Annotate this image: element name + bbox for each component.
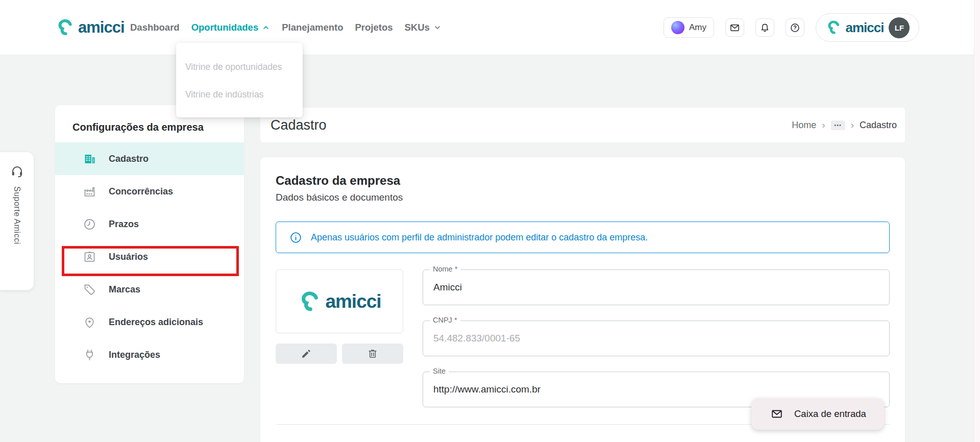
- info-icon: [289, 231, 302, 244]
- chevron-down-icon: [433, 23, 442, 32]
- user-name: Amy: [689, 22, 706, 33]
- nav-oportunidades[interactable]: Oportunidades: [191, 22, 271, 33]
- sidebar-item-cadastro[interactable]: Cadastro: [55, 142, 244, 175]
- map-pin-icon: [83, 315, 96, 329]
- nome-input[interactable]: [423, 270, 889, 305]
- user-menu-chip[interactable]: Amy: [664, 17, 714, 38]
- sidebar-item-prazos[interactable]: Prazos: [55, 208, 244, 240]
- sidebar-item-usuarios[interactable]: Usuários: [55, 240, 244, 273]
- breadcrumb-home[interactable]: Home: [792, 120, 816, 131]
- alert-text: Apenas usuários com perfil de administra…: [311, 232, 648, 243]
- sidebar-item-marcas[interactable]: Marcas: [55, 273, 244, 306]
- nav-planejamento[interactable]: Planejamento: [282, 22, 343, 33]
- help-icon: [790, 22, 800, 33]
- page-title: Cadastro: [271, 117, 327, 133]
- company-register-icon: [83, 152, 96, 166]
- navbar-right-cluster: Amy amicci LF: [664, 0, 919, 55]
- support-tab[interactable]: Suporte Amicci: [0, 152, 34, 290]
- field-nome: Nome *: [423, 269, 890, 305]
- menu-item-vitrine-industrias[interactable]: Vitrine de indústrias: [176, 81, 303, 108]
- mail-icon: [729, 22, 740, 33]
- sidebar-item-concorrencias[interactable]: Concorrências: [55, 175, 244, 208]
- mail-icon: [771, 408, 783, 420]
- oportunidades-dropdown-menu: Vitrine de oportunidades Vitrine de indú…: [176, 43, 303, 117]
- bell-icon: [760, 22, 770, 33]
- breadcrumb-current: Cadastro: [860, 120, 897, 131]
- org-wordmark: amicci: [846, 20, 884, 36]
- card-subtitle: Dados básicos e documentos: [276, 192, 403, 203]
- card-title: Cadastro da empresa: [276, 174, 400, 188]
- help-button[interactable]: [786, 18, 804, 37]
- user-avatar: [671, 21, 684, 34]
- chevron-up-icon: [262, 23, 270, 32]
- inbox-button[interactable]: [725, 18, 744, 37]
- breadcrumb: Home › ••• › Cadastro: [792, 119, 897, 131]
- brand-logo[interactable]: amicci: [55, 0, 125, 55]
- company-logo-wordmark: amicci: [325, 291, 381, 312]
- amicci-swirl-icon: [55, 18, 74, 37]
- top-navbar: amicci Dashboard Oportunidades Planejame…: [0, 0, 980, 55]
- breadcrumb-separator: ›: [851, 119, 854, 131]
- plug-icon: [83, 348, 96, 362]
- admin-info-alert: Apenas usuários com perfil de administra…: [276, 222, 890, 253]
- clock-icon: [83, 217, 96, 231]
- app-window: amicci Dashboard Oportunidades Planejame…: [0, 0, 980, 442]
- sidebar-list: Cadastro Concorrências Prazos: [55, 142, 244, 371]
- pencil-icon: [301, 348, 312, 359]
- org-account-pill[interactable]: amicci LF: [816, 13, 919, 42]
- org-avatar-initials: LF: [889, 17, 910, 38]
- edit-logo-button[interactable]: [276, 343, 337, 364]
- delete-logo-button[interactable]: [342, 343, 403, 364]
- breadcrumb-separator: ›: [822, 119, 825, 131]
- field-cnpj: CNPJ *: [423, 321, 890, 356]
- headset-icon: [10, 164, 24, 178]
- vertical-scrollbar[interactable]: [974, 0, 980, 442]
- brand-wordmark: amicci: [78, 18, 125, 37]
- inbox-tooltip[interactable]: Caixa de entrada: [751, 398, 884, 430]
- sidebar-item-integracoes[interactable]: Integrações: [55, 338, 244, 371]
- cnpj-input[interactable]: [423, 321, 889, 356]
- inbox-tooltip-label: Caixa de entrada: [794, 408, 866, 420]
- company-logo-box: amicci: [276, 269, 403, 333]
- page-header-bar: Cadastro Home › ••• › Cadastro: [260, 108, 905, 142]
- nav-projetos[interactable]: Projetos: [355, 22, 393, 33]
- notifications-button[interactable]: [755, 18, 774, 37]
- settings-sidebar: Configurações da empresa Cadastro Concor…: [55, 105, 244, 383]
- amicci-swirl-icon: [825, 20, 841, 35]
- support-tab-label: Suporte Amicci: [12, 186, 21, 244]
- breadcrumb-ellipsis[interactable]: •••: [831, 120, 845, 130]
- trash-icon: [367, 348, 378, 359]
- amicci-swirl-icon: [298, 290, 320, 313]
- menu-item-vitrine-oportunidades[interactable]: Vitrine de oportunidades: [176, 53, 303, 81]
- sidebar-item-enderecos[interactable]: Endereços adicionais: [55, 306, 244, 338]
- factory-icon: [83, 185, 96, 199]
- tag-icon: [83, 283, 96, 297]
- user-badge-icon: [83, 250, 96, 264]
- nav-dashboard[interactable]: Dashboard: [130, 22, 180, 33]
- nav-skus[interactable]: SKUs: [405, 22, 442, 33]
